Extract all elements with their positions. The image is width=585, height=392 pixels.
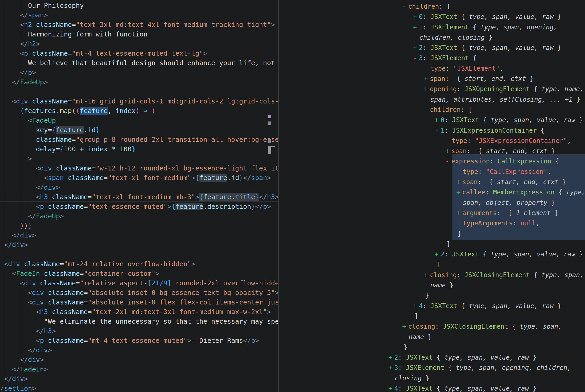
tree-row[interactable]: -1: JSXExpressionContainer { bbox=[279, 125, 585, 136]
tree-row[interactable]: -3: JSXElement { bbox=[279, 53, 585, 63]
tree-row[interactable]: type: "CallExpression", bbox=[279, 166, 585, 177]
tree-row[interactable]: +1: JSXElement { type, span, opening, bbox=[279, 22, 585, 32]
code-line[interactable]: </div> bbox=[0, 182, 278, 192]
tree-node-type: JSXText bbox=[431, 44, 457, 52]
code-line[interactable]: </div> bbox=[0, 230, 278, 240]
indent-guide bbox=[4, 355, 4, 364]
expand-icon[interactable]: + bbox=[413, 42, 419, 53]
expand-icon[interactable]: + bbox=[413, 22, 419, 32]
expand-icon[interactable]: + bbox=[445, 146, 451, 156]
code-line[interactable]: </FadeUp> bbox=[0, 77, 278, 87]
expand-icon[interactable]: + bbox=[413, 12, 419, 22]
code-line[interactable]: <div className="relative aspect-[21/9] r… bbox=[0, 278, 278, 288]
collapse-icon[interactable]: - bbox=[413, 53, 419, 63]
tree-row[interactable]: type: "JSXElement", bbox=[279, 63, 585, 74]
code-line[interactable]: <div className="absolute inset-0 bg-esse… bbox=[0, 288, 278, 298]
tree-row[interactable]: typeArguments: null, bbox=[279, 218, 585, 228]
code-line[interactable]: <h2 className="text-3xl md:text-4xl font… bbox=[0, 20, 278, 30]
code-line[interactable]: <p className="mt-4 text-essence-muted">–… bbox=[0, 336, 278, 345]
code-line[interactable]: </h3> bbox=[0, 326, 278, 336]
expand-icon[interactable]: + bbox=[424, 84, 430, 94]
tree-row[interactable]: +4: JSXText { type, span, value, raw } bbox=[279, 301, 585, 311]
collapse-icon[interactable]: - bbox=[445, 156, 451, 166]
tree-row[interactable]: -expression: CallExpression { bbox=[279, 156, 585, 166]
tree-row[interactable]: +closing: JSXClosingElement { type, span… bbox=[279, 270, 585, 280]
code-line[interactable]: <FadeUp bbox=[0, 116, 278, 125]
tree-row[interactable]: type: "JSXExpressionContainer", bbox=[279, 136, 585, 146]
expand-icon[interactable]: + bbox=[435, 115, 441, 125]
code-token: > bbox=[40, 356, 44, 364]
tree-row[interactable]: -children: [ bbox=[279, 104, 585, 115]
code-line[interactable]: </div> bbox=[0, 345, 278, 355]
code-line[interactable]: </p> bbox=[0, 68, 278, 77]
code-line[interactable]: <h3 className="text-2xl md:text-3xl font… bbox=[0, 307, 278, 316]
tree-row[interactable]: +span: { start, end, ctxt } bbox=[279, 74, 585, 84]
code-line[interactable]: We believe that beautiful design should … bbox=[0, 58, 278, 68]
tree-row[interactable]: +callee: MemberExpression { type, bbox=[279, 187, 585, 197]
expand-icon[interactable]: + bbox=[388, 383, 394, 392]
code-editor-pane[interactable]: Our Philosophy</span><h2 className="text… bbox=[0, 0, 278, 392]
expand-icon[interactable]: + bbox=[388, 362, 394, 373]
code-line[interactable]: </section> bbox=[0, 384, 278, 392]
tree-row[interactable]: +span: { start, end, ctxt } bbox=[279, 146, 585, 156]
tree-row[interactable]: +span: { start, end, ctxt } bbox=[279, 177, 585, 187]
code-line[interactable]: {features.map((feature, index) ⇒ ( bbox=[0, 106, 278, 116]
expand-icon[interactable]: + bbox=[424, 74, 430, 84]
code-line[interactable]: > bbox=[0, 154, 278, 164]
expand-icon[interactable]: + bbox=[413, 301, 419, 311]
code-line[interactable]: delay={100 + index * 100} bbox=[0, 144, 278, 154]
expand-icon[interactable]: + bbox=[456, 187, 462, 197]
code-line-current[interactable]: <h3 className="text-xl font-medium mb-3"… bbox=[0, 192, 278, 202]
code-line[interactable]: </div> bbox=[0, 374, 278, 384]
tree-punct: : bbox=[467, 137, 475, 144]
expand-icon[interactable]: + bbox=[456, 208, 462, 218]
tree-punct: : bbox=[435, 323, 443, 330]
expand-icon[interactable]: + bbox=[388, 352, 394, 362]
code-line[interactable]: </div> bbox=[0, 355, 278, 364]
code-line[interactable]: <div className="mt-16 grid grid-cols-1 m… bbox=[0, 96, 278, 106]
tree-row[interactable]: +closing: JSXClosingElement { type, span… bbox=[279, 321, 585, 332]
code-line[interactable]: </FadeUp> bbox=[0, 211, 278, 221]
code-line[interactable]: </div> bbox=[0, 240, 278, 250]
code-line[interactable]: <div className="mt-24 relative overflow-… bbox=[0, 259, 278, 269]
code-line[interactable]: <p className="mt-4 text-essence-muted te… bbox=[0, 48, 278, 58]
collapse-icon[interactable]: - bbox=[435, 125, 441, 136]
tree-row[interactable]: +0: JSXText { type, span, value, raw } bbox=[279, 12, 585, 22]
expand-icon[interactable]: + bbox=[456, 177, 462, 187]
tree-row[interactable]: +0: JSXText { type, span, value, raw } bbox=[279, 115, 585, 125]
tree-row[interactable]: +arguments: [ 1 element ] bbox=[279, 208, 585, 218]
code-line[interactable]: <p className="text-essence-muted">{featu… bbox=[0, 202, 278, 211]
tree-row[interactable]: +2: JSXText { type, span, value, raw } bbox=[279, 42, 585, 53]
code-line[interactable]: </FadeIn> bbox=[0, 364, 278, 374]
code-line[interactable]: </span> bbox=[0, 10, 278, 20]
code-line[interactable]: <div className="absolute inset-0 flex fl… bbox=[0, 298, 278, 307]
tree-row[interactable]: +2: JSXText { type, span, value, raw } bbox=[279, 249, 585, 259]
tree-bracket-open: [ bbox=[447, 3, 451, 10]
code-line[interactable]: <div className="w-12 h-12 rounded-xl bg-… bbox=[0, 164, 278, 173]
code-line[interactable]: "We eliminate the unnecessary so that th… bbox=[0, 316, 278, 326]
expand-icon[interactable]: + bbox=[402, 321, 408, 332]
ast-tree-pane[interactable]: -children: [+0: JSXText { type, span, va… bbox=[279, 0, 585, 392]
code-line[interactable] bbox=[0, 250, 278, 259]
code-line[interactable]: <span className="text-xl font-medium">{f… bbox=[0, 173, 278, 182]
tree-row[interactable]: +2: JSXText { type, span, value, raw } bbox=[279, 352, 585, 362]
code-token: . bbox=[231, 193, 235, 201]
code-line[interactable]: <FadeIn className="container-custom"> bbox=[0, 269, 278, 278]
code-line[interactable]: className="group p-8 rounded-2xl transit… bbox=[0, 135, 278, 144]
tree-row[interactable]: +3: JSXElement { type, span, opening, ch… bbox=[279, 362, 585, 373]
collapse-icon[interactable]: - bbox=[402, 1, 408, 12]
tree-row[interactable]: -children: [ bbox=[279, 1, 585, 12]
code-line[interactable]: </h2> bbox=[0, 39, 278, 48]
code-line[interactable] bbox=[0, 87, 278, 96]
code-line[interactable]: Harmonizing form with function bbox=[0, 30, 278, 39]
tree-row[interactable]: +opening: JSXOpeningElement { type, name… bbox=[279, 84, 585, 94]
expand-icon[interactable]: + bbox=[424, 270, 430, 280]
code-token: } bbox=[239, 174, 243, 182]
code-line[interactable]: ))} bbox=[0, 221, 278, 230]
code-line[interactable]: key={feature.id} bbox=[0, 125, 278, 135]
code-line[interactable]: Our Philosophy bbox=[0, 1, 278, 10]
collapse-icon[interactable]: - bbox=[424, 104, 430, 115]
ast-preview-text: { bbox=[558, 188, 562, 196]
tree-row[interactable]: +4: JSXText { type, span, value, raw } bbox=[279, 383, 585, 392]
expand-icon[interactable]: + bbox=[435, 249, 441, 259]
